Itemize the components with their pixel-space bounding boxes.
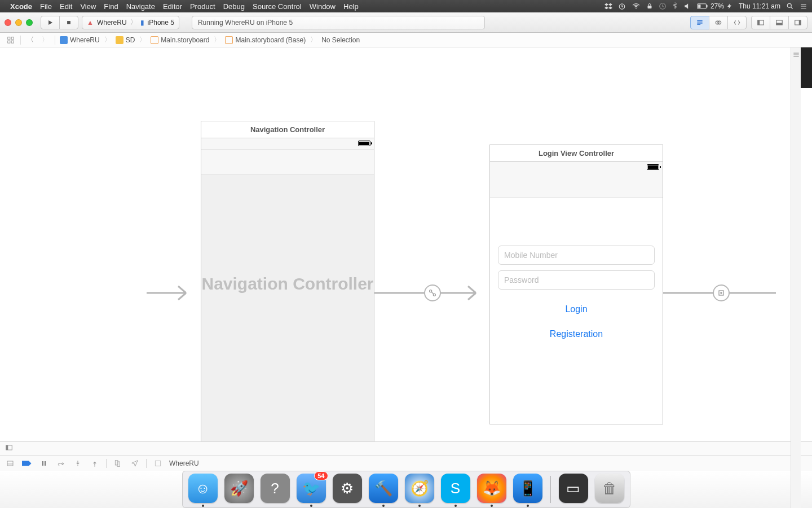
notification-center-icon[interactable] [800,2,807,10]
storyboard-icon [151,36,158,44]
dropbox-icon[interactable] [604,2,612,10]
dock-safari[interactable]: 🧭 [405,474,434,503]
menu-window[interactable]: Window [310,2,336,11]
standard-editor-button[interactable] [690,16,709,29]
dock-finder[interactable]: ☺ [188,474,218,503]
toggle-outline-button[interactable] [5,444,14,454]
mobile-number-field[interactable] [498,246,655,265]
dock-skype[interactable]: S [441,474,470,503]
hamburger-icon[interactable] [792,51,800,508]
dock-simulator[interactable]: 📱 [513,474,542,503]
svg-rect-5 [698,5,700,8]
menu-view[interactable]: View [80,2,96,11]
login-button[interactable]: Login [565,304,587,314]
folder-icon [116,36,123,44]
active-app-name[interactable]: Xcode [10,2,32,11]
timemachine-icon[interactable] [659,2,667,10]
svg-rect-19 [8,41,10,43]
menu-file[interactable]: File [40,2,52,11]
scheme-selector[interactable]: ▲ WhereRU 〉 ▮ iPhone 5 [82,16,179,29]
step-into-button[interactable] [72,458,83,468]
view-debug-button[interactable] [112,458,123,468]
crumb-selection[interactable]: No Selection [320,36,361,44]
crumb-storyboard-base[interactable]: Main.storyboard (Base) [224,36,307,44]
menubar-status-area: 27% Thu 11:21 am [604,2,807,10]
related-items-button[interactable] [5,35,17,45]
back-button[interactable]: 〈 [24,35,37,45]
menu-editor[interactable]: Editor [163,2,182,11]
login-view[interactable]: Login Registeration [490,198,663,424]
nav-scene-title[interactable]: Navigation Controller [201,121,374,138]
dock-xcode[interactable]: 🔨 [369,474,398,503]
window-controls [5,19,33,26]
zoom-window-button[interactable] [26,19,33,26]
close-window-button[interactable] [5,19,11,26]
storyboard-base-icon [225,36,233,44]
version-editor-button[interactable] [727,16,747,29]
activity-viewer: Running WhereRU on iPhone 5 [192,16,485,29]
dock-help[interactable]: ? [261,474,290,503]
svg-rect-34 [155,461,160,466]
dock-launchpad[interactable]: 🚀 [224,474,254,503]
wifi-icon[interactable] [632,2,641,10]
login-scene-title[interactable]: Login View Controller [490,145,663,162]
dock-firefox[interactable]: 🦊 [477,474,506,503]
dock-trash[interactable]: 🗑 [595,474,624,503]
crumb-folder[interactable]: SD [114,36,136,44]
registration-button[interactable]: Registeration [550,329,603,339]
menu-debug[interactable]: Debug [223,2,245,11]
menu-find[interactable]: Find [104,2,118,11]
root-segue-icon[interactable] [424,284,441,301]
nav-status-bar [201,138,374,150]
menu-edit[interactable]: Edit [60,2,72,11]
toggle-navigator-button[interactable] [751,16,770,29]
device-icon: ▮ [140,19,144,27]
crumb-project[interactable]: WhereRU [59,36,101,44]
run-button[interactable] [41,16,60,29]
hide-debug-button[interactable] [5,458,16,468]
menu-product[interactable]: Product [190,2,215,11]
breakpoints-button[interactable] [21,458,33,468]
login-nav-bar[interactable] [490,162,663,198]
svg-rect-20 [11,41,14,43]
project-icon [60,36,68,44]
volume-icon[interactable] [683,2,691,10]
location-button[interactable] [129,458,140,468]
password-field[interactable] [498,270,655,290]
assistant-editor-button[interactable] [709,16,728,29]
forward-button[interactable]: 〉 [39,35,51,45]
svg-rect-16 [799,20,801,24]
menu-help[interactable]: Help [343,2,359,11]
crumb-storyboard[interactable]: Main.storyboard [149,36,210,44]
timer-icon[interactable] [618,2,626,10]
toggle-utilities-button[interactable] [788,16,807,29]
minimize-window-button[interactable] [15,19,22,26]
editor-mode-group [690,16,747,29]
svg-rect-32 [115,460,118,465]
step-out-button[interactable] [89,458,100,468]
process-label[interactable]: WhereRU [169,459,199,467]
dock-mail[interactable]: 🐦54 [297,474,326,503]
xcode-toolbar: ▲ WhereRU 〉 ▮ iPhone 5 Running WhereRU o… [0,12,812,33]
debug-bar: WhereRU [0,455,812,471]
step-over-button[interactable] [55,458,67,468]
navigation-controller-scene[interactable]: Navigation Controller Navigation Control… [201,121,374,441]
lock-icon[interactable] [646,2,653,10]
stop-button[interactable] [59,16,78,29]
nav-bar[interactable] [201,150,374,174]
toggle-debug-area-button[interactable] [770,16,789,29]
pause-button[interactable] [38,458,50,468]
spotlight-icon[interactable] [786,2,794,10]
offscreen-window-peek[interactable] [801,47,812,88]
login-view-controller-scene[interactable]: Login View Controller Login Registeratio… [489,144,663,424]
battery-status-icon[interactable]: 27% [697,2,733,10]
battery-percent-label: 27% [710,2,724,10]
storyboard-canvas[interactable]: Navigation Controller Navigation Control… [0,47,812,441]
push-segue-icon[interactable] [713,284,730,301]
dock-settings[interactable]: ⚙ [333,474,362,503]
dock-minimized-window[interactable]: ▭ [559,474,588,503]
menu-navigate[interactable]: Navigate [126,2,155,11]
clock-label[interactable]: Thu 11:21 am [739,2,780,10]
bluetooth-icon[interactable] [672,2,678,10]
menu-source-control[interactable]: Source Control [253,2,302,11]
